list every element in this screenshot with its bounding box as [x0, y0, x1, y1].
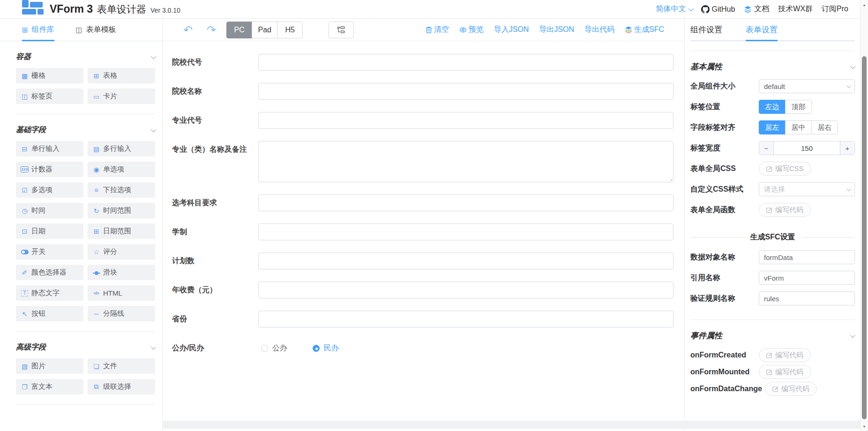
widget-picture[interactable]: ▧图片 — [16, 358, 83, 374]
clear-button[interactable]: 清空 — [426, 25, 449, 35]
widget-switch[interactable]: 开关 — [16, 244, 83, 260]
export-json-button[interactable]: 导出JSON — [539, 25, 574, 35]
widget-multi-line-input[interactable]: ▤多行输入 — [88, 141, 155, 156]
device-pc-button[interactable]: PC — [226, 22, 252, 38]
college-name-input[interactable] — [258, 83, 673, 100]
edit-css-button[interactable]: 编写CSS — [759, 162, 811, 176]
plan-count-input[interactable] — [258, 253, 673, 269]
label-position-left-button[interactable]: 左边 — [759, 100, 786, 114]
annual-fee-input[interactable] — [258, 282, 673, 298]
form-field-row[interactable]: 公办/民办 公办 民办 — [163, 340, 684, 353]
edit-onformdatachange-button[interactable]: 编写代码 — [765, 382, 817, 396]
widget-file[interactable]: ❏文件 — [88, 358, 155, 374]
widget-date[interactable]: ⊡日期 — [16, 223, 83, 239]
scroll-down-icon[interactable]: ▼ — [861, 423, 868, 430]
subscribe-pro-link[interactable]: 订阅Pro — [822, 4, 848, 14]
widget-button[interactable]: ↖按钮 — [16, 306, 83, 321]
sidebar-tabs: ⊞ 组件库 ◫ 表单模板 — [0, 19, 162, 41]
widget-divider-line[interactable]: ─分隔线 — [88, 306, 155, 321]
widget-time-range[interactable]: ↻时间范围 — [88, 203, 155, 218]
label-width-value[interactable]: 150 — [773, 141, 840, 155]
section-basic-fields-header[interactable]: 基础字段 — [16, 125, 155, 135]
widget-static-text[interactable]: T静态文字 — [16, 285, 83, 301]
widget-color-picker[interactable]: ✐颜色选择器 — [16, 265, 83, 280]
window-scrollbar[interactable]: ▲ ▼ — [860, 0, 868, 431]
widget-single-line-input[interactable]: ⊟单行输入 — [16, 141, 83, 156]
province-input[interactable] — [258, 311, 673, 327]
label-align-center-button[interactable]: 居中 — [785, 120, 812, 134]
increase-button[interactable]: + — [840, 141, 854, 155]
widget-slider[interactable]: 滑块 — [88, 265, 155, 280]
widget-html[interactable]: </>HTML — [88, 285, 155, 301]
radio-option-public[interactable]: 公办 — [261, 343, 287, 353]
tab-form-template[interactable]: ◫ 表单模板 — [76, 19, 116, 41]
ref-name-input[interactable] — [759, 271, 855, 285]
edit-onformcreated-button[interactable]: 编写代码 — [759, 348, 811, 362]
college-code-input[interactable] — [258, 54, 673, 71]
form-canvas[interactable]: 院校代号 院校名称 专业代号 专业（类）名称及备注 选考科目要求 — [163, 41, 684, 431]
generate-sfc-button[interactable]: 生成SFC — [625, 25, 664, 35]
rules-name-input[interactable] — [759, 291, 855, 305]
label-align-right-button[interactable]: 居右 — [811, 120, 838, 134]
widget-date-range[interactable]: ⊞日期范围 — [88, 223, 155, 239]
preview-button[interactable]: 预览 — [459, 25, 484, 35]
widget-counter[interactable]: 123计数器 — [16, 162, 83, 177]
section-advanced-fields-header[interactable]: 高级字段 — [16, 342, 155, 352]
node-tree-button[interactable] — [329, 22, 354, 38]
github-link[interactable]: GitHub — [701, 5, 735, 14]
redo-icon[interactable]: ↷ — [207, 24, 216, 36]
widget-table[interactable]: ⊞表格 — [88, 68, 155, 83]
form-field-row[interactable]: 年收费（元） — [163, 282, 684, 298]
subject-requirement-input[interactable] — [258, 194, 673, 211]
tab-widget-settings[interactable]: 组件设置 — [690, 19, 722, 40]
widget-card[interactable]: ▭卡片 — [88, 89, 155, 104]
major-name-textarea[interactable] — [258, 141, 673, 182]
tab-widget-library[interactable]: ⊞ 组件库 — [22, 19, 54, 41]
study-length-input[interactable] — [258, 223, 673, 240]
device-pad-button[interactable]: Pad — [252, 22, 277, 38]
app-header: VForm 3 表单设计器 Ver 3.0.10 简体中文 GitHub 文档 … — [0, 0, 868, 19]
widget-cascader[interactable]: ⧉级联选择 — [88, 379, 155, 394]
form-field-row[interactable]: 专业代号 — [163, 112, 684, 129]
device-h5-button[interactable]: H5 — [277, 22, 303, 38]
label-align-left-button[interactable]: 居左 — [759, 120, 786, 134]
form-field-row[interactable]: 学制 — [163, 223, 684, 240]
widget-grid[interactable]: ▦栅格 — [16, 68, 83, 83]
widget-time[interactable]: ◷时间 — [16, 203, 83, 218]
widget-checkbox[interactable]: ☑多选项 — [16, 182, 83, 198]
major-code-input[interactable] — [258, 112, 673, 129]
decrease-button[interactable]: − — [759, 141, 773, 155]
edit-global-fn-button[interactable]: 编写代码 — [759, 203, 811, 217]
widget-select[interactable]: ≡下拉选项 — [88, 182, 155, 198]
widget-radio[interactable]: ◉单选项 — [88, 162, 155, 177]
import-json-button[interactable]: 导入JSON — [494, 25, 529, 35]
undo-icon[interactable]: ↶ — [183, 24, 193, 36]
widget-tabs[interactable]: ◫标签页 — [16, 89, 83, 104]
resize-handle-icon[interactable] — [667, 176, 672, 181]
form-field-row[interactable]: 院校名称 — [163, 83, 684, 100]
docs-link[interactable]: 文档 — [744, 4, 769, 14]
event-props-header[interactable]: 事件属性 — [690, 330, 854, 341]
label-position-top-button[interactable]: 顶部 — [785, 100, 812, 114]
radio-option-private[interactable]: 民办 — [313, 343, 339, 353]
widget-rich-text[interactable]: ❐富文本 — [16, 379, 83, 394]
data-object-name-input[interactable] — [759, 250, 855, 264]
tab-form-settings[interactable]: 表单设置 — [746, 19, 778, 40]
form-field-row[interactable]: 院校代号 — [163, 54, 684, 71]
form-field-row[interactable]: 专业（类）名称及备注 — [163, 141, 684, 182]
edit-onformmounted-button[interactable]: 编写代码 — [759, 365, 811, 379]
basic-props-header[interactable]: 基本属性 — [690, 61, 854, 72]
export-code-button[interactable]: 导出代码 — [584, 25, 614, 35]
form-field-row[interactable]: 省份 — [163, 311, 684, 327]
scrollbar-thumb[interactable] — [862, 56, 867, 419]
custom-css-select[interactable]: 请选择 — [759, 182, 855, 196]
widget-rating[interactable]: ☆评分 — [88, 244, 155, 260]
section-container-header[interactable]: 容器 — [16, 52, 155, 62]
scroll-up-icon[interactable]: ▲ — [861, 1, 868, 8]
widget-size-select[interactable]: default — [759, 79, 855, 93]
node-tree-icon — [337, 26, 345, 33]
form-field-row[interactable]: 计划数 — [163, 253, 684, 269]
language-selector[interactable]: 简体中文 — [656, 4, 692, 14]
wechat-group-link[interactable]: 技术WX群 — [778, 4, 813, 14]
form-field-row[interactable]: 选考科目要求 — [163, 194, 684, 211]
